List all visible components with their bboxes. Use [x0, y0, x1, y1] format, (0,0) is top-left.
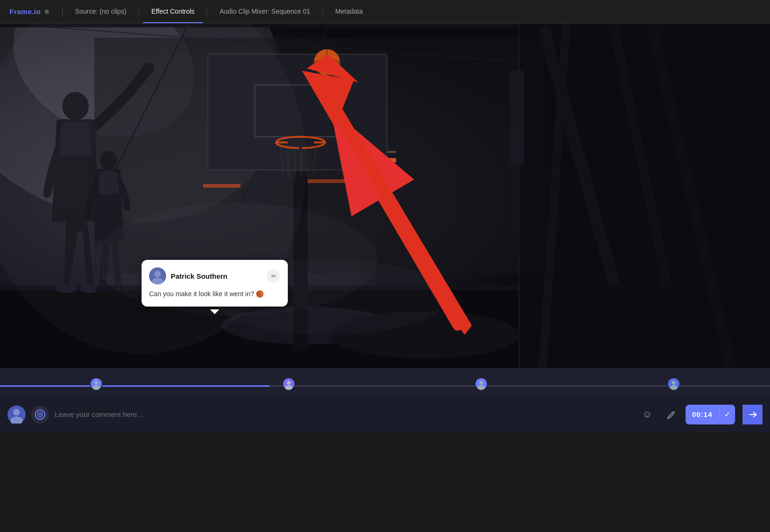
tab-bar: Frame.io ≡ Source: (no clips) Effect Con… — [0, 0, 770, 24]
comment-header: Patrick Southern ✏ — [149, 267, 280, 284]
svg-point-46 — [100, 151, 117, 170]
video-scene — [0, 24, 770, 368]
tab-separator-2 — [139, 7, 139, 17]
comment-bar: ☺ 00:14 ✓ — [0, 395, 770, 433]
comment-edit-button[interactable]: ✏ — [267, 269, 280, 283]
svg-point-68 — [285, 385, 292, 390]
svg-point-47 — [95, 285, 110, 292]
comment-user-info: Patrick Southern — [149, 267, 227, 284]
timeline-marker-2[interactable] — [282, 377, 295, 391]
comment-input[interactable] — [55, 410, 633, 418]
emoji-button[interactable]: ☺ — [638, 406, 656, 424]
tab-separator-3 — [207, 7, 207, 17]
tab-source[interactable]: Source: (no clips) — [67, 0, 135, 23]
tab-separator-4 — [323, 7, 323, 17]
annotation-mode-button[interactable] — [31, 406, 49, 424]
tab-effect-controls[interactable]: Effect Controls — [143, 0, 203, 23]
submit-comment-button[interactable] — [743, 405, 762, 424]
svg-rect-55 — [510, 71, 524, 165]
svg-point-64 — [94, 381, 99, 385]
timeline-marker-4[interactable] — [667, 377, 680, 391]
current-user-avatar[interactable] — [8, 406, 25, 424]
svg-point-70 — [479, 381, 484, 385]
svg-point-44 — [56, 284, 76, 293]
timecode-submit-area: 00:14 ✓ — [686, 405, 735, 424]
svg-point-42 — [62, 92, 89, 120]
tab-separator — [62, 7, 63, 17]
timecode-display: 00:14 — [686, 410, 719, 418]
commenter-avatar — [149, 267, 166, 284]
svg-point-74 — [670, 385, 677, 390]
brand-logo: Frame.io — [9, 8, 41, 16]
svg-point-71 — [477, 385, 485, 390]
svg-point-73 — [672, 381, 676, 385]
svg-point-65 — [92, 385, 100, 390]
brush-button[interactable] — [662, 406, 680, 424]
brand-area: Frame.io ≡ — [5, 8, 54, 16]
svg-line-81 — [672, 412, 674, 414]
video-player[interactable]: Patrick Southern ✏ Can you make it look … — [0, 24, 770, 368]
comment-text: Can you make it look like it went in? 🏀 — [149, 289, 280, 299]
commenter-name: Patrick Southern — [171, 272, 227, 280]
svg-line-82 — [673, 411, 675, 413]
timecode-check-button[interactable]: ✓ — [719, 410, 735, 419]
timeline-markers — [0, 377, 770, 391]
svg-point-61 — [154, 271, 161, 277]
timeline-marker-1[interactable] — [90, 377, 103, 391]
svg-rect-19 — [307, 179, 349, 183]
tab-metadata[interactable]: Metadata — [327, 0, 371, 23]
comment-bubble: Patrick Southern ✏ Can you make it look … — [142, 260, 288, 307]
timeline-bar — [0, 368, 770, 395]
svg-point-43 — [143, 63, 154, 74]
svg-rect-25 — [290, 349, 311, 368]
hamburger-menu-icon[interactable]: ≡ — [45, 8, 49, 16]
tab-audio-clip-mixer[interactable]: Audio Clip Mixer: Sequence 01 — [211, 0, 318, 23]
svg-point-80 — [39, 414, 41, 416]
svg-point-67 — [287, 381, 291, 385]
timeline-marker-3[interactable] — [475, 377, 488, 391]
svg-point-76 — [13, 409, 20, 416]
